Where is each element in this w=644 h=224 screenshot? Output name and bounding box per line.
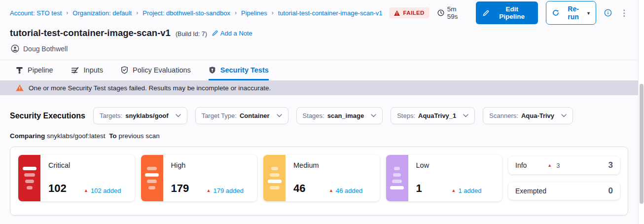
rerun-button[interactable]: Re-run ▾	[546, 1, 596, 25]
user-avatar-icon	[11, 44, 19, 53]
delta-up-icon: ▲	[207, 188, 211, 193]
shield-security-icon	[209, 66, 216, 74]
high-card[interactable]: High 179 ▲179 added	[141, 155, 257, 201]
info-count: 3	[608, 160, 613, 170]
comparing-prefix: Comparing	[10, 132, 45, 140]
exempted-count: 0	[608, 186, 613, 196]
rerun-label: Re-run	[563, 5, 584, 21]
severity-count: 179	[171, 182, 207, 195]
severity-count: 1	[416, 182, 452, 195]
critical-severity-meter-icon	[18, 155, 40, 201]
kebab-menu-icon[interactable]: ⋮	[620, 9, 628, 17]
chevron-right-icon: ›	[235, 9, 237, 16]
page-title: tutorial-test-container-image-scan-v1	[10, 28, 171, 38]
status-badge: FAILED	[389, 7, 429, 18]
filter-value: scan_image	[327, 112, 364, 119]
warning-triangle-icon	[394, 10, 400, 16]
breadcrumb: Account: STO test › Organization: defaul…	[10, 9, 382, 17]
tab-label: Pipeline	[28, 66, 53, 74]
status-badge-label: FAILED	[403, 10, 424, 16]
build-id: (Build Id: 7)	[176, 31, 207, 37]
severity-count: 102	[48, 182, 84, 195]
comparing-baseline: previous scan	[118, 132, 159, 140]
exempted-card[interactable]: Exempted 0	[508, 182, 620, 200]
delta-up-icon: ▲	[547, 163, 552, 168]
chevron-down-icon	[176, 114, 181, 117]
tab-bar: Pipeline Inputs Policy Evaluations Secur…	[0, 60, 638, 80]
delta-up-icon: ▲	[329, 188, 333, 193]
tab-security-tests[interactable]: Security Tests	[209, 60, 269, 80]
refresh-icon	[552, 9, 559, 16]
tab-pipeline[interactable]: Pipeline	[16, 60, 53, 80]
low-severity-meter-icon	[386, 155, 408, 201]
filter-value: Aqua-Trivy	[521, 112, 554, 119]
info-label: Info	[515, 161, 527, 169]
section-heading: Security Executions	[10, 112, 85, 120]
info-card[interactable]: Info ▲ 3 3	[508, 156, 620, 174]
medium-card[interactable]: Medium 46 ▲46 added	[263, 155, 380, 201]
severity-delta: 46 added	[336, 187, 362, 194]
breadcrumb-organization[interactable]: Organization: default	[72, 9, 132, 17]
medium-severity-meter-icon	[263, 155, 286, 201]
critical-card[interactable]: Critical 102 ▲102 added	[18, 155, 135, 201]
breadcrumb-account[interactable]: Account: STO test	[10, 9, 62, 17]
page: Account: STO test › Organization: defaul…	[0, 0, 638, 224]
filter-label: Scanners:	[489, 112, 518, 119]
secondary-cards-column: Info ▲ 3 3 Exempted 0	[508, 155, 620, 207]
tab-inputs[interactable]: Inputs	[71, 60, 104, 80]
main-content: Security Executions Targets: snyklabs/go…	[0, 95, 638, 216]
severity-delta: 1 added	[458, 187, 481, 194]
target-type-filter-dropdown[interactable]: Target Type: Container	[195, 107, 288, 124]
severity-label: Critical	[48, 161, 127, 169]
filter-value: snyklabs/goof	[125, 112, 168, 119]
info-circle-icon[interactable]	[604, 9, 612, 17]
tab-label: Inputs	[84, 66, 104, 74]
caret-down-icon[interactable]: ▾	[587, 10, 590, 16]
filter-value: AquaTrivy_1	[418, 112, 456, 119]
filter-label: Stages:	[303, 112, 324, 119]
tab-policy-evaluations[interactable]: Policy Evaluations	[121, 60, 191, 80]
severity-count: 46	[293, 182, 329, 195]
delta-up-icon: ▲	[84, 188, 88, 193]
comparing-line: Comparing snyklabs/goof:latest To previo…	[10, 132, 628, 140]
pencil-icon	[212, 30, 218, 36]
breadcrumb-project[interactable]: Project: dbothwell-sto-sandbox	[143, 9, 230, 17]
add-note-label: Add a Note	[220, 30, 252, 37]
tab-label: Policy Evaluations	[133, 66, 191, 74]
comparing-target: snyklabs/goof:latest	[47, 132, 106, 140]
duration-value: 5m 59s	[447, 5, 468, 20]
vertical-scrollbar-thumb[interactable]	[640, 84, 644, 204]
author-row: Doug Bothwell	[0, 38, 638, 53]
severity-label: Medium	[293, 161, 372, 169]
inputs-icon	[71, 67, 79, 74]
tab-label: Security Tests	[220, 66, 269, 74]
edit-pipeline-label: Edit Pipeline	[493, 5, 531, 20]
edit-pipeline-button[interactable]: Edit Pipeline	[476, 1, 538, 24]
shield-check-icon	[121, 66, 128, 74]
scanners-filter-dropdown[interactable]: Scanners: Aqua-Trivy	[483, 107, 573, 124]
vertical-scrollbar-track[interactable]	[638, 0, 644, 224]
stages-filter-dropdown[interactable]: Stages: scan_image	[296, 107, 383, 124]
chevron-right-icon: ›	[66, 9, 68, 16]
targets-filter-dropdown[interactable]: Targets: snyklabs/goof	[93, 107, 187, 124]
severity-delta: 102 added	[91, 187, 121, 194]
breadcrumb-pipelines[interactable]: Pipelines	[241, 9, 267, 17]
low-card[interactable]: Low 1 ▲1 added	[386, 155, 502, 201]
add-note-link[interactable]: Add a Note	[212, 30, 252, 37]
security-executions-header: Security Executions Targets: snyklabs/go…	[10, 107, 628, 124]
chevron-down-icon	[371, 114, 376, 117]
severity-label: High	[171, 161, 250, 169]
steps-filter-dropdown[interactable]: Steps: AquaTrivy_1	[391, 107, 475, 124]
high-severity-meter-icon	[141, 155, 163, 201]
filter-label: Steps:	[397, 112, 415, 119]
severity-delta: 179 added	[213, 187, 243, 194]
severity-label: Low	[416, 161, 495, 169]
clock-icon	[437, 9, 444, 16]
info-delta: 3	[556, 162, 560, 169]
duration: 5m 59s	[437, 5, 468, 20]
title-row: tutorial-test-container-image-scan-v1 (B…	[0, 26, 638, 38]
filter-label: Targets:	[100, 112, 122, 119]
breadcrumb-execution[interactable]: tutorial-test-container-image-scan-v1	[278, 9, 383, 17]
chevron-right-icon: ›	[272, 9, 274, 16]
alert-triangle-icon	[16, 84, 24, 91]
